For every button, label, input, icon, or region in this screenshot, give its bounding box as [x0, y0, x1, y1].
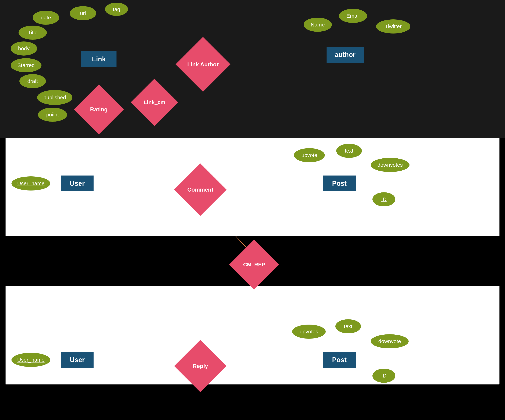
- attr-upvote1: upvote: [294, 148, 325, 162]
- attr-body: body: [11, 42, 37, 56]
- link-author-relationship[interactable]: Link Author: [182, 43, 224, 86]
- attr-published: published: [37, 90, 72, 105]
- attr-downvote2: downvote: [371, 334, 409, 348]
- user1-entity[interactable]: User: [61, 175, 94, 191]
- attr-starred: Starred: [11, 58, 41, 72]
- attr-date: date: [33, 11, 59, 25]
- user2-entity[interactable]: User: [61, 352, 94, 368]
- post1-entity[interactable]: Post: [323, 175, 356, 191]
- attr-upvotes2: upvotes: [292, 325, 326, 339]
- top-section: [0, 0, 505, 138]
- attr-username1: User_name: [12, 176, 50, 191]
- reply-relationship[interactable]: Reply: [180, 346, 221, 386]
- attr-draft: draft: [19, 74, 46, 88]
- reply-section: [5, 286, 500, 384]
- attr-poiint: poiint: [38, 108, 67, 122]
- attr-text1: text: [336, 144, 362, 158]
- attr-email: Email: [339, 9, 367, 23]
- attr-url: url: [70, 6, 96, 20]
- rating-relationship[interactable]: Rating: [79, 90, 118, 129]
- attr-id2: ID: [372, 369, 395, 383]
- link-entity[interactable]: Link: [81, 51, 116, 67]
- link-cm-relationship[interactable]: Link_cm: [136, 84, 173, 121]
- comment-relationship[interactable]: Comment: [180, 169, 221, 210]
- attr-username2: User_name: [12, 353, 50, 367]
- attr-tag: tag: [105, 3, 128, 16]
- cm-rep-relationship[interactable]: CM_REP: [235, 245, 274, 284]
- attr-text2: text: [335, 319, 361, 334]
- attr-title: Title: [19, 25, 47, 40]
- author-entity[interactable]: author: [327, 47, 364, 63]
- attr-id1: ID: [372, 192, 395, 206]
- attr-downvotes1: downvotes: [371, 158, 410, 172]
- post2-entity[interactable]: Post: [323, 352, 356, 368]
- attr-name: Name: [303, 18, 332, 32]
- attr-twitter: Tiwitter: [376, 19, 410, 33]
